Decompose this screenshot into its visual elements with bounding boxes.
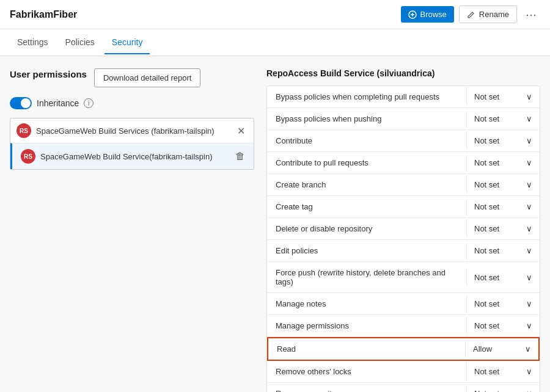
browse-button[interactable]: Browse bbox=[401, 6, 454, 23]
permission-value: Not set bbox=[474, 367, 499, 376]
permission-row: Contribute to pull requestsNot set∨ bbox=[267, 152, 540, 174]
browse-icon bbox=[408, 10, 417, 19]
permission-name: Remove others' locks bbox=[267, 361, 466, 382]
chevron-down-icon: ∨ bbox=[526, 321, 532, 330]
permission-select[interactable]: Not set∨ bbox=[466, 131, 540, 150]
sub-avatar: RS bbox=[21, 149, 35, 164]
permission-row: Remove others' locksNot set∨ bbox=[267, 361, 540, 383]
permission-row: ReadAllow∨ bbox=[267, 337, 540, 361]
permission-name: Manage permissions bbox=[267, 315, 466, 336]
group-item: RS SpaceGameWeb Build Services (fabrikam… bbox=[10, 118, 254, 143]
permission-row: Rename repositoryNot set∨ bbox=[267, 383, 540, 392]
permission-select[interactable]: Not set∨ bbox=[466, 316, 540, 335]
permission-select[interactable]: Not set∨ bbox=[466, 219, 540, 238]
right-panel: RepoAccess Build Service (silviuandrica)… bbox=[266, 68, 540, 392]
chevron-down-icon: ∨ bbox=[526, 136, 532, 145]
inheritance-toggle[interactable] bbox=[10, 97, 32, 109]
permission-name: Contribute bbox=[267, 130, 466, 151]
tab-security[interactable]: Security bbox=[105, 31, 150, 54]
permission-value: Not set bbox=[474, 224, 499, 233]
rename-icon bbox=[467, 10, 475, 19]
permission-name: Manage notes bbox=[267, 293, 466, 314]
permission-name: Rename repository bbox=[267, 383, 466, 392]
permission-name: Bypass policies when completing pull req… bbox=[267, 86, 466, 107]
permission-name: Create tag bbox=[267, 196, 466, 217]
info-icon[interactable]: i bbox=[84, 98, 94, 108]
sub-item[interactable]: RS SpaceGameWeb Build Service(fabrikam-t… bbox=[10, 143, 254, 169]
permission-row: Edit policiesNot set∨ bbox=[267, 240, 540, 262]
header: FabrikamFiber Browse Rename ⋯ bbox=[0, 0, 550, 29]
permission-select[interactable]: Not set∨ bbox=[466, 268, 540, 287]
permission-value: Not set bbox=[474, 180, 499, 189]
permission-value: Not set bbox=[474, 158, 499, 167]
permission-value: Not set bbox=[474, 136, 499, 145]
permission-select[interactable]: Not set∨ bbox=[466, 384, 540, 392]
group-item-container: RS SpaceGameWeb Build Services (fabrikam… bbox=[10, 118, 254, 170]
permission-name: Force push (rewrite history, delete bran… bbox=[267, 262, 466, 292]
permission-name: Create branch bbox=[267, 174, 466, 195]
left-panel: User permissions Download detailed repor… bbox=[10, 68, 254, 392]
group-name: SpaceGameWeb Build Services (fabrikam-ta… bbox=[36, 126, 230, 136]
top-actions: User permissions Download detailed repor… bbox=[10, 68, 254, 87]
permission-row: ContributeNot set∨ bbox=[267, 130, 540, 152]
permission-row: Bypass policies when completing pull req… bbox=[267, 86, 540, 108]
permission-name: Bypass policies when pushing bbox=[267, 108, 466, 129]
repo-section-title: RepoAccess Build Service (silviuandrica) bbox=[266, 68, 540, 78]
permission-select[interactable]: Not set∨ bbox=[466, 362, 540, 381]
inheritance-row: Inheritance i bbox=[10, 97, 254, 109]
permission-name: Read bbox=[268, 338, 465, 360]
nav-tabs: Settings Policies Security bbox=[0, 29, 550, 56]
more-options-button[interactable]: ⋯ bbox=[522, 5, 540, 24]
chevron-down-icon: ∨ bbox=[526, 367, 532, 376]
permission-value: Not set bbox=[474, 202, 499, 211]
permission-select[interactable]: Not set∨ bbox=[466, 294, 540, 313]
rename-button[interactable]: Rename bbox=[459, 5, 517, 23]
chevron-down-icon: ∨ bbox=[526, 389, 532, 392]
permission-value: Not set bbox=[474, 389, 499, 392]
inheritance-label: Inheritance bbox=[37, 98, 79, 108]
chevron-down-icon: ∨ bbox=[526, 158, 532, 167]
permission-value: Not set bbox=[474, 114, 499, 123]
permission-row: Create tagNot set∨ bbox=[267, 196, 540, 218]
chevron-down-icon: ∨ bbox=[526, 224, 532, 233]
permission-select[interactable]: Allow∨ bbox=[465, 339, 538, 358]
chevron-down-icon: ∨ bbox=[526, 92, 532, 101]
tab-policies[interactable]: Policies bbox=[58, 31, 102, 54]
chevron-down-icon: ∨ bbox=[526, 202, 532, 211]
permission-value: Not set bbox=[474, 273, 499, 282]
permission-select[interactable]: Not set∨ bbox=[466, 197, 540, 216]
download-report-button[interactable]: Download detailed report bbox=[94, 68, 201, 87]
close-group-button[interactable]: ✕ bbox=[235, 125, 248, 137]
permission-row: Bypass policies when pushingNot set∨ bbox=[267, 108, 540, 130]
chevron-down-icon: ∨ bbox=[525, 344, 531, 354]
toggle-knob bbox=[21, 98, 31, 108]
permission-row: Create branchNot set∨ bbox=[267, 174, 540, 196]
tab-settings[interactable]: Settings bbox=[10, 31, 56, 54]
permission-select[interactable]: Not set∨ bbox=[466, 153, 540, 172]
permission-name: Edit policies bbox=[267, 240, 466, 261]
permission-select[interactable]: Not set∨ bbox=[466, 241, 540, 260]
permission-value: Not set bbox=[474, 321, 499, 330]
permission-name: Delete or disable repository bbox=[267, 218, 466, 239]
chevron-down-icon: ∨ bbox=[526, 180, 532, 189]
permission-value: Not set bbox=[474, 299, 499, 308]
permission-select[interactable]: Not set∨ bbox=[466, 87, 540, 106]
chevron-down-icon: ∨ bbox=[526, 246, 532, 255]
permissions-table: Bypass policies when completing pull req… bbox=[266, 85, 540, 392]
app-title: FabrikamFiber bbox=[10, 9, 77, 20]
avatar: RS bbox=[16, 123, 31, 138]
permission-name: Contribute to pull requests bbox=[267, 152, 466, 173]
permission-value: Allow bbox=[473, 344, 492, 354]
permission-select[interactable]: Not set∨ bbox=[466, 175, 540, 194]
permission-row: Delete or disable repositoryNot set∨ bbox=[267, 218, 540, 240]
chevron-down-icon: ∨ bbox=[526, 114, 532, 123]
chevron-down-icon: ∨ bbox=[526, 299, 532, 308]
header-left: FabrikamFiber bbox=[10, 9, 77, 20]
permission-row: Manage permissionsNot set∨ bbox=[267, 315, 540, 337]
sub-item-name: SpaceGameWeb Build Service(fabrikam-tail… bbox=[40, 152, 228, 161]
header-right: Browse Rename ⋯ bbox=[401, 5, 541, 24]
delete-subitem-button[interactable]: 🗑 bbox=[233, 151, 248, 162]
main-content: User permissions Download detailed repor… bbox=[0, 56, 550, 392]
permission-select[interactable]: Not set∨ bbox=[466, 109, 540, 128]
chevron-down-icon: ∨ bbox=[526, 273, 532, 282]
